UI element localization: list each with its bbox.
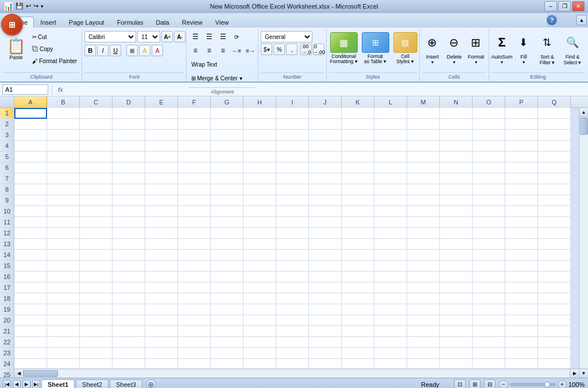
cell-l14[interactable] — [374, 250, 407, 261]
row-num-23[interactable]: 23 — [0, 348, 14, 359]
cell-n7[interactable] — [440, 173, 473, 184]
cell-n9[interactable] — [440, 195, 473, 206]
italic-button[interactable]: I — [97, 45, 109, 56]
add-sheet-button[interactable]: ⊕ — [146, 379, 156, 389]
cell-l10[interactable] — [374, 206, 407, 217]
cell-i8[interactable] — [276, 184, 309, 195]
tab-formulas[interactable]: Formulas — [111, 17, 150, 28]
row-num-12[interactable]: 12 — [0, 228, 14, 239]
cell-k18[interactable] — [342, 293, 374, 304]
cell-n8[interactable] — [440, 184, 473, 195]
col-header-m[interactable]: M — [407, 96, 440, 108]
cell-h17[interactable] — [243, 282, 276, 293]
cell-m7[interactable] — [407, 173, 440, 184]
cell-h11[interactable] — [243, 217, 276, 228]
row-num-5[interactable]: 5 — [0, 152, 14, 162]
cell-f1[interactable] — [178, 108, 211, 119]
cell-f5[interactable] — [178, 152, 211, 162]
col-header-g[interactable]: G — [211, 96, 243, 108]
cell-f24[interactable] — [178, 359, 211, 368]
cell-i2[interactable] — [276, 119, 309, 130]
qat-redo[interactable]: ↪ — [33, 2, 38, 10]
cell-h13[interactable] — [243, 239, 276, 250]
cell-n4[interactable] — [440, 141, 473, 152]
font-color-button[interactable]: A — [152, 45, 163, 56]
row-num-6[interactable]: 6 — [0, 162, 14, 173]
cell-g12[interactable] — [211, 228, 243, 239]
cell-a18[interactable] — [14, 293, 47, 304]
cell-q8[interactable] — [538, 184, 571, 195]
cell-a20[interactable] — [14, 315, 47, 326]
cell-h6[interactable] — [243, 162, 276, 173]
cell-i17[interactable] — [276, 282, 309, 293]
cell-m5[interactable] — [407, 152, 440, 162]
col-header-j[interactable]: J — [309, 96, 342, 108]
col-header-i[interactable]: I — [276, 96, 309, 108]
cell-q5[interactable] — [538, 152, 571, 162]
cell-l24[interactable] — [374, 359, 407, 368]
col-header-l[interactable]: L — [374, 96, 407, 108]
cell-f13[interactable] — [178, 239, 211, 250]
cell-o8[interactable] — [473, 184, 505, 195]
cell-i13[interactable] — [276, 239, 309, 250]
cell-l21[interactable] — [374, 326, 407, 337]
cell-m24[interactable] — [407, 359, 440, 368]
cell-e3[interactable] — [145, 130, 178, 141]
col-header-n[interactable]: N — [440, 96, 473, 108]
tab-view[interactable]: View — [209, 17, 235, 28]
cell-b7[interactable] — [47, 173, 80, 184]
cell-j5[interactable] — [309, 152, 342, 162]
cell-d5[interactable] — [113, 152, 145, 162]
cell-e10[interactable] — [145, 206, 178, 217]
cell-n11[interactable] — [440, 217, 473, 228]
cell-d15[interactable] — [113, 261, 145, 271]
cell-j4[interactable] — [309, 141, 342, 152]
cell-e12[interactable] — [145, 228, 178, 239]
cell-h10[interactable] — [243, 206, 276, 217]
cell-g4[interactable] — [211, 141, 243, 152]
cell-d3[interactable] — [113, 130, 145, 141]
cell-m1[interactable] — [407, 108, 440, 119]
cell-n5[interactable] — [440, 152, 473, 162]
cell-f21[interactable] — [178, 326, 211, 337]
format-cells-button[interactable]: ⊞ Format ▾ — [466, 31, 486, 65]
cell-n6[interactable] — [440, 162, 473, 173]
cell-c5[interactable] — [80, 152, 113, 162]
insert-cells-arrow[interactable]: ▾ — [431, 60, 434, 65]
cell-d2[interactable] — [113, 119, 145, 130]
autosum-arrow[interactable]: ▾ — [501, 60, 503, 65]
cell-k20[interactable] — [342, 315, 374, 326]
decrease-decimal-button[interactable]: .00→.0 — [300, 44, 312, 55]
cell-j1[interactable] — [309, 108, 342, 119]
format-painter-button[interactable]: 🖌 Format Painter — [30, 55, 79, 67]
help-icon[interactable]: ? — [547, 15, 557, 25]
col-header-o[interactable]: O — [473, 96, 505, 108]
cell-q15[interactable] — [538, 261, 571, 271]
cell-g19[interactable] — [211, 304, 243, 315]
v-scroll-track[interactable] — [579, 117, 589, 368]
cell-c9[interactable] — [80, 195, 113, 206]
cell-q24[interactable] — [538, 359, 571, 368]
cell-h16[interactable] — [243, 271, 276, 282]
cell-c15[interactable] — [80, 261, 113, 271]
page-layout-view-button[interactable]: ⊞ — [469, 379, 481, 389]
v-scrollbar[interactable]: ▲ ▼ — [579, 108, 588, 378]
cell-f23[interactable] — [178, 348, 211, 359]
cell-n21[interactable] — [440, 326, 473, 337]
cell-f18[interactable] — [178, 293, 211, 304]
cell-c7[interactable] — [80, 173, 113, 184]
name-box[interactable]: A1 — [2, 84, 48, 95]
cell-p9[interactable] — [505, 195, 538, 206]
cell-e13[interactable] — [145, 239, 178, 250]
cell-m3[interactable] — [407, 130, 440, 141]
cell-b1[interactable] — [47, 108, 80, 119]
cell-i10[interactable] — [276, 206, 309, 217]
cell-b8[interactable] — [47, 184, 80, 195]
cell-c6[interactable] — [80, 162, 113, 173]
cell-q13[interactable] — [538, 239, 571, 250]
cell-j11[interactable] — [309, 217, 342, 228]
cell-k8[interactable] — [342, 184, 374, 195]
cell-n20[interactable] — [440, 315, 473, 326]
cell-f11[interactable] — [178, 217, 211, 228]
cell-o20[interactable] — [473, 315, 505, 326]
